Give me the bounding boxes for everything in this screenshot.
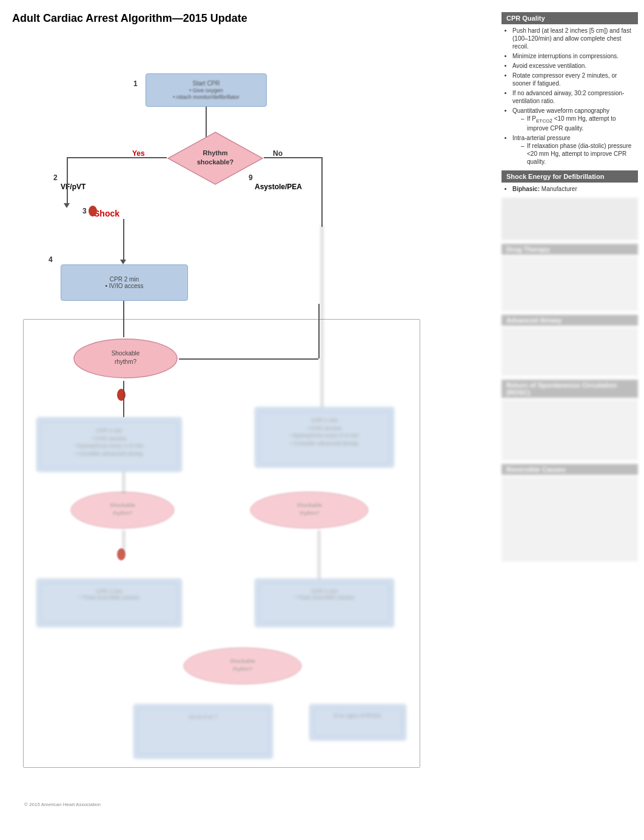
page-title: Adult Cardiac Arrest Algorithm—2015 Upda… [12, 12, 492, 25]
blurred-section-2: Drug Therapy [501, 244, 638, 311]
conn-4-oval [123, 301, 124, 337]
cpr-item-6: Quantitative waveform capnography If PET… [512, 107, 636, 132]
conn-right-down [318, 304, 320, 358]
capnography-sub: If PETCO2 <10 mm Hg, attempt to improve … [512, 115, 636, 132]
svg-text:rhythm?: rhythm? [113, 510, 133, 516]
cpr-item-5: If no advanced airway, 30:2 compression-… [512, 89, 636, 105]
conn-right-v [321, 157, 323, 227]
cpr-item-1: Push hard (at least 2 inches [5 cm]) and… [512, 27, 636, 50]
main-content: Adult Cardiac Arrest Algorithm—2015 Upda… [12, 12, 498, 828]
step4-box: CPR 2 min• IV/IO access [61, 264, 188, 301]
yes-label: Yes [132, 149, 145, 158]
biphasic-text: Manufacturer [542, 186, 577, 192]
shock-energy-header: Shock Energy for Defibrillation [501, 170, 638, 183]
capnography-sub-1: If PETCO2 <10 mm Hg, attempt to improve … [521, 115, 636, 132]
shock-energy-section: Shock Energy for Defibrillation Biphasic… [501, 170, 638, 193]
conn-down-box2 [123, 530, 124, 551]
step4-text: CPR 2 min• IV/IO access [106, 276, 144, 289]
shock-indicator [89, 206, 97, 217]
step4-label: 4 [49, 255, 53, 264]
conn-down-oval2 [123, 472, 124, 493]
cpr-item-7: Intra-arterial pressure If relaxation ph… [512, 134, 636, 166]
left-shockable-box: CPR 2 min• IV/IO access• Epinephrine eve… [36, 417, 182, 472]
svg-text:rhythm?: rhythm? [300, 510, 320, 516]
svg-text:Shockable: Shockable [297, 502, 322, 508]
svg-text:Shockable: Shockable [110, 502, 135, 508]
oval-2: Shockable rhythm? [70, 491, 176, 531]
asystole-label: Asystole/PEA [255, 183, 302, 191]
intra-arterial-sub-1: If relaxation phase (dia-stolic) pressur… [521, 142, 636, 166]
step1-label: 1 [133, 79, 138, 88]
arrow-step4 [120, 260, 126, 264]
lower-right-box: CPR 2 min• Treat reversible causes [255, 579, 394, 627]
svg-text:rhythm?: rhythm? [115, 358, 137, 365]
conn-left-v [67, 157, 68, 206]
blurred-section-4: Return of Spontaneous Circulation (ROSC) [501, 380, 638, 460]
right-treatment-box: CPR 2 min• IV/IO access• Epinephrine eve… [255, 407, 394, 468]
cpr-quality-list: Push hard (at least 2 inches [5 cm]) and… [504, 27, 636, 166]
bottom-left-box: Go to 5 or 7 [133, 704, 273, 759]
cpr-quality-body: Push hard (at least 2 inches [5 cm]) and… [501, 27, 638, 166]
cpr-item-4: Rotate compressor every 2 minutes, or so… [512, 72, 636, 87]
lower-left-box: CPR 2 min• Treat reversible causes [36, 579, 182, 627]
cpr-item-2: Minimize interruptions in compressions. [512, 52, 636, 60]
loop-border [23, 319, 420, 768]
copyright-text: © 2015 American Heart Association [24, 802, 101, 807]
bottom-right-small-box: If no signs of ROSC [309, 704, 406, 741]
arrow-down-shock [64, 203, 70, 208]
right-oval-2: Shockable rhythm? [249, 491, 370, 531]
conn-shock-box [123, 219, 124, 261]
conn-down-right2 [318, 530, 320, 579]
intra-arterial-sub: If relaxation phase (dia-stolic) pressur… [512, 142, 636, 166]
bottom-oval: Shockable rhythm? [182, 647, 303, 687]
step3-label: 3 [82, 207, 87, 215]
cpr-item-3: Avoid excessive ventilation. [512, 62, 636, 70]
flowchart: 1 Start CPR• Give oxygen• Attach monitor… [12, 37, 424, 813]
shock-energy-list: Biphasic: Manufacturer [504, 185, 636, 193]
biphasic-label: Biphasic: [512, 186, 540, 192]
shock-energy-body: Biphasic: Manufacturer [501, 185, 638, 193]
svg-text:Shockable: Shockable [230, 658, 255, 664]
svg-text:Rhythm: Rhythm [203, 149, 228, 156]
svg-text:Shockable: Shockable [112, 350, 140, 357]
cpr-quality-section: CPR Quality Push hard (at least 2 inches… [501, 12, 638, 166]
step9-label: 9 [249, 173, 253, 182]
conn-right-main [321, 225, 323, 407]
page-container: Adult Cardiac Arrest Algorithm—2015 Upda… [0, 0, 644, 840]
svg-text:shockable?: shockable? [197, 158, 234, 166]
no-label: No [273, 149, 283, 158]
biphasic-item: Biphasic: Manufacturer [512, 185, 636, 193]
conn-oval-right-h [179, 358, 318, 360]
shock-label: Shock [94, 209, 119, 218]
cpr-quality-header: CPR Quality [501, 12, 638, 24]
vfpvt-label: VF/pVT [61, 183, 86, 191]
svg-text:rhythm?: rhythm? [233, 666, 253, 672]
blurred-section-1 [501, 198, 638, 240]
step2-label: 2 [53, 173, 58, 182]
blurred-section-3: Advanced Airway [501, 315, 638, 376]
sidebar: CPR Quality Push hard (at least 2 inches… [498, 12, 638, 828]
conn-left-h [67, 157, 167, 158]
start-box: Start CPR• Give oxygen• Attach monitor/d… [146, 73, 267, 107]
blurred-section-5: Reversible Causes [501, 464, 638, 562]
start-box-text: Start CPR• Give oxygen• Attach monitor/d… [173, 80, 240, 100]
conn-right-h [264, 157, 321, 158]
oval-shockable: Shockable rhythm? [73, 337, 179, 381]
conn-oval-left-v [123, 381, 124, 417]
